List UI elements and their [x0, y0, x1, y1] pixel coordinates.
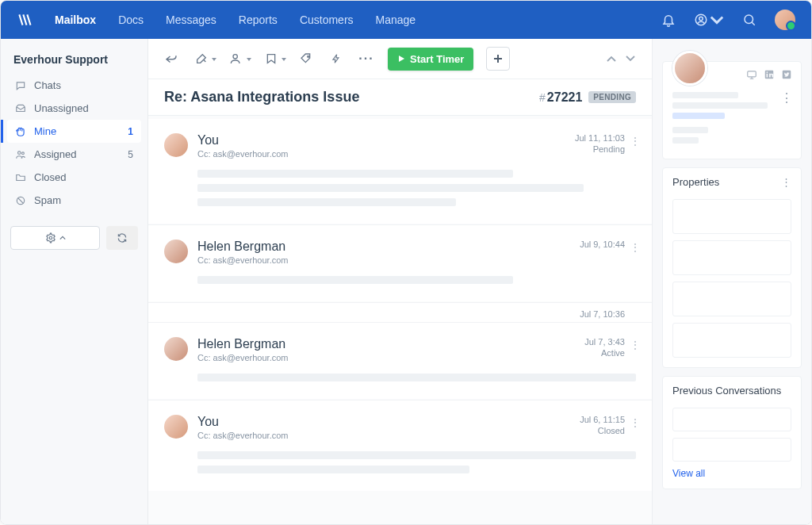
refresh-button[interactable] [106, 226, 138, 250]
svg-point-3 [18, 151, 21, 154]
folder-mine[interactable]: Mine 1 [7, 120, 141, 143]
property-slot[interactable] [672, 323, 791, 358]
message-sender: You [197, 133, 565, 148]
date-divider: Jul 7, 10:36 [148, 302, 652, 322]
text-placeholder [197, 276, 513, 284]
previous-item[interactable] [672, 438, 791, 462]
message-item[interactable]: YouCc: ask@everhour.comJul 6, 11:15Close… [148, 400, 652, 491]
search-icon[interactable] [741, 12, 757, 28]
message-more-icon[interactable]: ⋮ [630, 416, 641, 429]
message-cc: Cc: ask@everhour.com [197, 255, 570, 265]
folder-unassigned[interactable]: Unassigned [7, 97, 141, 120]
folder-icon [15, 172, 26, 183]
account-menu-icon[interactable] [694, 12, 724, 28]
sidebar-title: Everhour Support [7, 50, 141, 74]
assign-icon[interactable] [228, 50, 245, 67]
svg-point-7 [233, 55, 237, 59]
text-placeholder [197, 466, 469, 473]
properties-more-icon[interactable]: ⋮ [781, 176, 791, 188]
message-avatar [164, 133, 188, 157]
view-all-link[interactable]: View all [672, 468, 791, 479]
message-cc: Cc: ask@everhour.com [197, 353, 575, 362]
hand-icon [15, 126, 26, 137]
folder-label: Closed [34, 171, 66, 183]
folder-label: Mine [34, 125, 56, 137]
svg-point-1 [699, 17, 703, 21]
subject-row: Re: Asana Integrations Issue # 27221 PEN… [148, 79, 652, 116]
svg-point-6 [49, 236, 52, 240]
next-conversation-icon[interactable] [623, 52, 638, 66]
message-more-icon[interactable]: ⋮ [630, 339, 641, 351]
start-timer-button[interactable]: Start Timer [388, 48, 473, 71]
more-icon[interactable]: ··· [358, 50, 375, 67]
linkedin-icon[interactable] [763, 68, 776, 81]
prev-conversation-icon[interactable] [604, 52, 619, 66]
settings-button[interactable] [10, 226, 100, 250]
nav-mailbox[interactable]: Mailbox [55, 13, 96, 26]
message-item[interactable]: Helen BergmanCc: ask@everhour.comJul 9, … [148, 224, 652, 301]
message-cc: Cc: ask@everhour.com [197, 149, 565, 159]
customer-more-icon[interactable]: ⋮ [780, 90, 793, 105]
properties-card: Properties ⋮ [662, 167, 802, 368]
svg-rect-11 [767, 74, 768, 78]
workflow-icon[interactable] [327, 50, 345, 67]
property-slot[interactable] [672, 282, 791, 316]
message-time: Jul 11, 11:03 [575, 133, 625, 143]
text-placeholder [197, 170, 513, 178]
folder-assigned[interactable]: Assigned 5 [7, 143, 141, 166]
folder-closed[interactable]: Closed [7, 166, 141, 189]
message-avatar [164, 415, 188, 439]
message-sender: You [197, 415, 570, 429]
svg-point-8 [308, 56, 309, 57]
status-badge: PENDING [588, 91, 636, 103]
text-placeholder [197, 374, 636, 381]
tag-icon[interactable] [297, 50, 315, 67]
website-icon[interactable] [745, 68, 758, 81]
property-slot[interactable] [672, 199, 791, 234]
message-avatar [164, 337, 188, 361]
nav-manage[interactable]: Manage [376, 13, 416, 26]
twitter-icon[interactable] [780, 68, 793, 81]
folder-label: Spam [34, 194, 61, 206]
notifications-icon[interactable] [661, 12, 676, 28]
previous-title: Previous Conversations [672, 385, 781, 397]
message-status: Active [601, 348, 625, 358]
message-sender: Helen Bergman [197, 337, 575, 351]
nav-messages[interactable]: Messages [166, 13, 216, 26]
message-list[interactable]: YouCc: ask@everhour.comJul 11, 11:03Pend… [148, 116, 652, 524]
svg-rect-9 [748, 71, 756, 77]
conversation-thread: ··· Start Timer Re: Asana Integrations I… [148, 39, 653, 524]
message-item[interactable]: Helen BergmanCc: ask@everhour.comJul 7, … [148, 322, 652, 399]
message-body [197, 451, 636, 473]
message-more-icon[interactable]: ⋮ [630, 135, 641, 148]
block-icon [15, 195, 26, 206]
message-body [197, 374, 636, 381]
svg-point-4 [21, 151, 24, 154]
message-time: Jul 6, 11:15 [580, 415, 625, 424]
property-slot[interactable] [672, 240, 791, 275]
message-cc: Cc: ask@everhour.com [197, 431, 570, 440]
previous-item[interactable] [672, 408, 791, 431]
main-area: ··· Start Timer Re: Asana Integrations I… [148, 39, 811, 524]
message-time: Jul 9, 10:44 [580, 240, 625, 249]
note-icon[interactable] [193, 50, 210, 67]
nav-customers[interactable]: Customers [300, 13, 354, 26]
reply-icon[interactable] [163, 50, 180, 67]
folder-label: Assigned [34, 148, 76, 160]
sidebar: Everhour Support Chats Unassigned Mine 1 [1, 39, 148, 524]
message-avatar [164, 240, 188, 263]
message-status: Closed [598, 426, 625, 435]
text-placeholder [197, 198, 456, 206]
nav-docs[interactable]: Docs [118, 13, 144, 26]
add-button[interactable] [486, 47, 510, 71]
folder-spam[interactable]: Spam [7, 189, 141, 212]
app-logo [17, 12, 33, 28]
status-icon[interactable] [262, 50, 280, 67]
folder-chats[interactable]: Chats [7, 74, 141, 97]
user-avatar[interactable] [775, 10, 795, 30]
message-more-icon[interactable]: ⋮ [630, 241, 641, 254]
nav-reports[interactable]: Reports [239, 13, 278, 26]
message-item[interactable]: YouCc: ask@everhour.comJul 11, 11:03Pend… [148, 119, 652, 224]
message-status: Pending [593, 144, 625, 154]
folder-list: Chats Unassigned Mine 1 Assigned 5 [7, 74, 141, 212]
